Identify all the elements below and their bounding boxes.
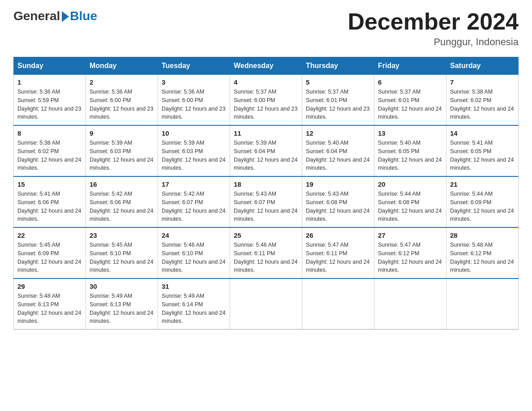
day-number: 26 (306, 231, 370, 239)
table-row: 19 Sunrise: 5:43 AM Sunset: 6:08 PM Dayl… (302, 176, 374, 227)
day-number: 28 (450, 231, 515, 239)
title-section: December 2024 Punggur, Indonesia (348, 9, 519, 48)
day-info: Sunrise: 5:39 AM Sunset: 6:03 PM Dayligh… (90, 139, 154, 172)
day-number: 1 (17, 78, 82, 86)
calendar-week-row: 22 Sunrise: 5:45 AM Sunset: 6:09 PM Dayl… (14, 227, 519, 278)
table-row: 13 Sunrise: 5:40 AM Sunset: 6:05 PM Dayl… (374, 125, 446, 176)
day-number: 27 (378, 231, 442, 239)
header-monday: Monday (86, 57, 158, 75)
table-row: 2 Sunrise: 5:36 AM Sunset: 6:00 PM Dayli… (86, 75, 158, 126)
header-saturday: Saturday (446, 57, 519, 75)
day-number: 16 (90, 180, 154, 188)
table-row (230, 278, 302, 330)
day-number: 14 (450, 129, 515, 137)
logo-arrow-icon (62, 11, 69, 22)
logo-blue-text: Blue (70, 9, 97, 23)
day-number: 15 (17, 180, 82, 188)
day-info: Sunrise: 5:45 AM Sunset: 6:10 PM Dayligh… (90, 241, 154, 274)
day-number: 11 (234, 129, 298, 137)
table-row: 22 Sunrise: 5:45 AM Sunset: 6:09 PM Dayl… (14, 227, 86, 278)
day-number: 8 (17, 129, 82, 137)
day-number: 29 (17, 283, 82, 290)
table-row (374, 278, 446, 330)
table-row: 4 Sunrise: 5:37 AM Sunset: 6:00 PM Dayli… (230, 75, 302, 126)
table-row (302, 278, 374, 330)
table-row: 18 Sunrise: 5:43 AM Sunset: 6:07 PM Dayl… (230, 176, 302, 227)
day-number: 18 (234, 180, 298, 188)
table-row: 27 Sunrise: 5:47 AM Sunset: 6:12 PM Dayl… (374, 227, 446, 278)
calendar-week-row: 8 Sunrise: 5:38 AM Sunset: 6:02 PM Dayli… (14, 125, 519, 176)
table-row: 17 Sunrise: 5:42 AM Sunset: 6:07 PM Dayl… (158, 176, 230, 227)
day-info: Sunrise: 5:36 AM Sunset: 6:00 PM Dayligh… (162, 88, 226, 121)
table-row: 1 Sunrise: 5:36 AM Sunset: 5:59 PM Dayli… (14, 75, 86, 126)
logo: General Blue (13, 9, 97, 23)
day-number: 24 (162, 231, 226, 239)
table-row: 15 Sunrise: 5:41 AM Sunset: 6:06 PM Dayl… (14, 176, 86, 227)
day-info: Sunrise: 5:49 AM Sunset: 6:14 PM Dayligh… (162, 292, 226, 325)
table-row: 23 Sunrise: 5:45 AM Sunset: 6:10 PM Dayl… (86, 227, 158, 278)
calendar-table: Sunday Monday Tuesday Wednesday Thursday… (13, 57, 519, 330)
page-header: General Blue December 2024 Punggur, Indo… (13, 9, 519, 48)
calendar-header-row: Sunday Monday Tuesday Wednesday Thursday… (14, 57, 519, 75)
day-info: Sunrise: 5:40 AM Sunset: 6:05 PM Dayligh… (378, 139, 442, 172)
header-thursday: Thursday (302, 57, 374, 75)
table-row: 20 Sunrise: 5:44 AM Sunset: 6:08 PM Dayl… (374, 176, 446, 227)
day-info: Sunrise: 5:48 AM Sunset: 6:12 PM Dayligh… (450, 241, 515, 274)
table-row: 21 Sunrise: 5:44 AM Sunset: 6:09 PM Dayl… (446, 176, 519, 227)
month-title: December 2024 (348, 9, 519, 34)
day-number: 10 (162, 129, 226, 137)
table-row: 26 Sunrise: 5:47 AM Sunset: 6:11 PM Dayl… (302, 227, 374, 278)
day-info: Sunrise: 5:39 AM Sunset: 6:03 PM Dayligh… (162, 139, 226, 172)
table-row: 7 Sunrise: 5:38 AM Sunset: 6:02 PM Dayli… (446, 75, 519, 126)
logo-general-text: General (13, 9, 60, 23)
header-tuesday: Tuesday (158, 57, 230, 75)
day-number: 30 (90, 283, 154, 290)
location-text: Punggur, Indonesia (348, 36, 519, 48)
table-row: 8 Sunrise: 5:38 AM Sunset: 6:02 PM Dayli… (14, 125, 86, 176)
day-number: 21 (450, 180, 515, 188)
day-number: 6 (378, 78, 442, 86)
table-row: 31 Sunrise: 5:49 AM Sunset: 6:14 PM Dayl… (158, 278, 230, 330)
table-row: 10 Sunrise: 5:39 AM Sunset: 6:03 PM Dayl… (158, 125, 230, 176)
header-wednesday: Wednesday (230, 57, 302, 75)
day-number: 23 (90, 231, 154, 239)
calendar-week-row: 15 Sunrise: 5:41 AM Sunset: 6:06 PM Dayl… (14, 176, 519, 227)
day-info: Sunrise: 5:42 AM Sunset: 6:06 PM Dayligh… (90, 190, 154, 223)
day-info: Sunrise: 5:40 AM Sunset: 6:04 PM Dayligh… (306, 139, 370, 172)
table-row: 30 Sunrise: 5:49 AM Sunset: 6:13 PM Dayl… (86, 278, 158, 330)
day-info: Sunrise: 5:47 AM Sunset: 6:11 PM Dayligh… (306, 241, 370, 274)
day-info: Sunrise: 5:36 AM Sunset: 5:59 PM Dayligh… (17, 88, 82, 121)
day-info: Sunrise: 5:41 AM Sunset: 6:06 PM Dayligh… (17, 190, 82, 223)
table-row: 5 Sunrise: 5:37 AM Sunset: 6:01 PM Dayli… (302, 75, 374, 126)
day-number: 25 (234, 231, 298, 239)
day-number: 12 (306, 129, 370, 137)
day-info: Sunrise: 5:46 AM Sunset: 6:11 PM Dayligh… (234, 241, 298, 274)
table-row: 28 Sunrise: 5:48 AM Sunset: 6:12 PM Dayl… (446, 227, 519, 278)
day-number: 31 (162, 283, 226, 290)
day-info: Sunrise: 5:46 AM Sunset: 6:10 PM Dayligh… (162, 241, 226, 274)
day-number: 5 (306, 78, 370, 86)
table-row: 16 Sunrise: 5:42 AM Sunset: 6:06 PM Dayl… (86, 176, 158, 227)
table-row: 3 Sunrise: 5:36 AM Sunset: 6:00 PM Dayli… (158, 75, 230, 126)
day-info: Sunrise: 5:36 AM Sunset: 6:00 PM Dayligh… (90, 88, 154, 121)
header-friday: Friday (374, 57, 446, 75)
day-number: 9 (90, 129, 154, 137)
table-row: 12 Sunrise: 5:40 AM Sunset: 6:04 PM Dayl… (302, 125, 374, 176)
day-number: 17 (162, 180, 226, 188)
day-info: Sunrise: 5:47 AM Sunset: 6:12 PM Dayligh… (378, 241, 442, 274)
day-info: Sunrise: 5:44 AM Sunset: 6:09 PM Dayligh… (450, 190, 515, 223)
day-info: Sunrise: 5:37 AM Sunset: 6:01 PM Dayligh… (306, 88, 370, 121)
table-row: 14 Sunrise: 5:41 AM Sunset: 6:05 PM Dayl… (446, 125, 519, 176)
day-info: Sunrise: 5:39 AM Sunset: 6:04 PM Dayligh… (234, 139, 298, 172)
calendar-week-row: 1 Sunrise: 5:36 AM Sunset: 5:59 PM Dayli… (14, 75, 519, 126)
header-sunday: Sunday (14, 57, 86, 75)
calendar-week-row: 29 Sunrise: 5:48 AM Sunset: 6:13 PM Dayl… (14, 278, 519, 330)
day-info: Sunrise: 5:42 AM Sunset: 6:07 PM Dayligh… (162, 190, 226, 223)
day-number: 20 (378, 180, 442, 188)
day-info: Sunrise: 5:37 AM Sunset: 6:01 PM Dayligh… (378, 88, 442, 121)
day-info: Sunrise: 5:44 AM Sunset: 6:08 PM Dayligh… (378, 190, 442, 223)
day-info: Sunrise: 5:49 AM Sunset: 6:13 PM Dayligh… (90, 292, 154, 325)
table-row: 24 Sunrise: 5:46 AM Sunset: 6:10 PM Dayl… (158, 227, 230, 278)
table-row: 25 Sunrise: 5:46 AM Sunset: 6:11 PM Dayl… (230, 227, 302, 278)
day-number: 3 (162, 78, 226, 86)
